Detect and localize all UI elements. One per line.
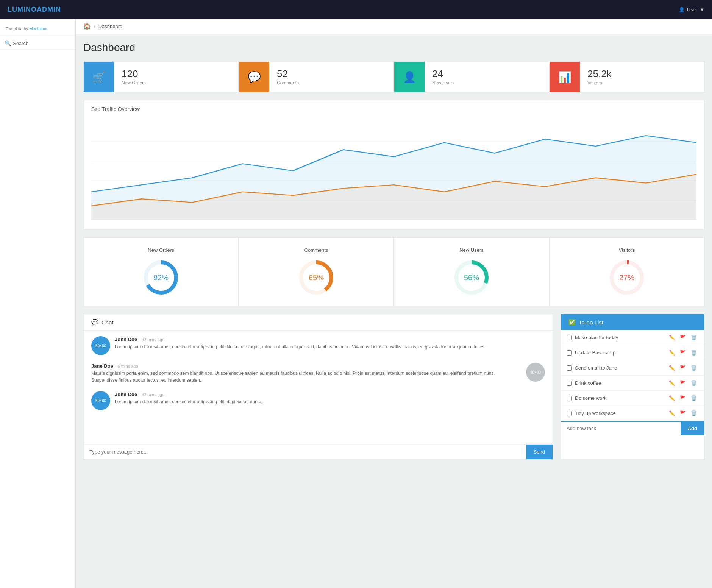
chat-message-2: 80×80 John Doe 32 mins ago Lorem ipsum d… [91,391,545,410]
todo-delete-1[interactable]: 🗑️ [689,349,698,356]
todo-edit-5[interactable]: ✏️ [667,410,676,417]
brand: LUMINOADMIN [8,6,61,14]
todo-edit-0[interactable]: ✏️ [667,334,676,341]
visitors-icon: 📊 [550,62,580,92]
chat-send-button[interactable]: Send [526,445,553,459]
topnav: LUMINOADMIN 👤 User ▼ [0,0,712,19]
todo-item-2: Send email to Jane ✏️ 🚩 🗑️ [561,360,704,376]
donut-title-users: New Users [459,247,484,253]
users-text: 24 New Users [425,62,462,91]
donut-label-visitors: 27% [619,273,634,282]
todo-item-3: Drink coffee ✏️ 🚩 🗑️ [561,376,704,391]
traffic-chart-svg [91,122,696,220]
search-input[interactable] [13,41,71,46]
chat-text-2: Lorem ipsum dolor sit amet, consectetur … [115,398,545,405]
todo-add-button[interactable]: Add [681,422,704,435]
user-menu[interactable]: 👤 User ▼ [679,7,704,12]
chat-input-area: Send [84,444,553,459]
todo-checkbox-0[interactable] [567,335,572,340]
todo-flag-5[interactable]: 🚩 [678,410,687,417]
todo-flag-0[interactable]: 🚩 [678,334,687,341]
avatar-1: 80×80 [526,363,545,382]
chat-name-2: John Doe [115,391,137,397]
orders-text: 120 New Orders [114,62,153,91]
todo-delete-5[interactable]: 🗑️ [689,410,698,417]
todo-delete-3[interactable]: 🗑️ [689,379,698,387]
sidebar: Template by Medialoot 🔍 [0,19,76,588]
avatar-label-2: 80×80 [95,399,106,403]
home-icon[interactable]: 🏠 [83,23,91,30]
stat-card-visitors: 📊 25.2k Visitors [549,61,704,92]
todo-text-2: Send email to Jane [575,365,664,371]
chat-text-1: Mauris dignissim porta enim, sed commodo… [91,370,522,384]
main-content: 🏠 / Dashboard Dashboard 🛒 120 New Orders… [76,19,712,588]
todo-section: ✅ To-do List Make plan for today ✏️ 🚩 🗑️ [561,314,704,460]
chat-header: 💬 Chat [84,314,553,331]
users-icon: 👤 [394,62,425,92]
chat-name-0: John Doe [115,337,137,342]
todo-text-0: Make plan for today [575,335,664,340]
chat-time-2: 32 mins ago [142,392,164,397]
todo-edit-2[interactable]: ✏️ [667,364,676,371]
breadcrumb-current: Dashboard [98,23,123,29]
donut-label-users: 56% [464,273,479,282]
todo-delete-2[interactable]: 🗑️ [689,364,698,371]
chat-content-2: John Doe 32 mins ago Lorem ipsum dolor s… [115,391,545,410]
todo-edit-3[interactable]: ✏️ [667,379,676,387]
search-icon: 🔍 [5,40,11,46]
todo-add-input[interactable] [561,422,681,435]
todo-checkbox-2[interactable] [567,365,572,371]
chat-icon: 💬 [91,319,98,326]
todo-actions-3: ✏️ 🚩 🗑️ [667,379,698,387]
todo-text-3: Drink coffee [575,380,664,386]
todo-checkbox-4[interactable] [567,396,572,401]
donut-label-comments: 65% [309,273,324,282]
todo-actions-2: ✏️ 🚩 🗑️ [667,364,698,371]
todo-actions-1: ✏️ 🚩 🗑️ [667,349,698,356]
avatar-label-0: 80×80 [95,344,106,348]
todo-edit-4[interactable]: ✏️ [667,395,676,402]
donut-title-comments: Comments [304,247,328,253]
breadcrumb: 🏠 / Dashboard [76,19,712,34]
avatar-0: 80×80 [91,336,110,355]
chat-content-1: Jane Doe 6 mins ago Mauris dignissim por… [91,363,522,384]
todo-flag-4[interactable]: 🚩 [678,395,687,402]
chat-time-1: 6 mins ago [118,364,138,368]
todo-item-5: Tidy up workspace ✏️ 🚩 🗑️ [561,406,704,421]
todo-delete-0[interactable]: 🗑️ [689,334,698,341]
donut-cards: New Orders 92% Comments 65% New Users [83,237,704,306]
stat-cards: 🛒 120 New Orders 💬 52 Comments 👤 24 New … [83,61,704,92]
chat-input[interactable] [84,445,526,459]
sidebar-template: Template by Medialoot [0,23,75,35]
comments-text: 52 Comments [269,62,306,91]
avatar-2: 80×80 [91,391,110,410]
avatar-label-1: 80×80 [530,370,541,374]
donut-card-orders: New Orders 92% [83,237,239,306]
template-link[interactable]: Medialoot [29,27,47,31]
todo-checkbox-5[interactable] [567,411,572,416]
donut-label-orders: 92% [153,273,169,282]
stat-card-comments: 💬 52 Comments [239,61,394,92]
todo-delete-4[interactable]: 🗑️ [689,395,698,402]
donut-chart-visitors: 27% [608,259,646,296]
chat-title: Chat [101,319,114,326]
todo-add-area: Add [561,421,704,435]
todo-text-5: Tidy up workspace [575,410,664,416]
brand-part2: ADMIN [37,6,61,13]
chat-message-1: 80×80 Jane Doe 6 mins ago Mauris digniss… [91,363,545,384]
breadcrumb-sep: / [94,23,95,29]
todo-flag-2[interactable]: 🚩 [678,364,687,371]
todo-icon: ✅ [568,319,576,326]
donut-card-visitors: Visitors 27% [549,237,704,306]
brand-part1: LUMINO [8,6,37,13]
todo-flag-1[interactable]: 🚩 [678,349,687,356]
user-icon: 👤 [679,7,685,12]
chat-messages[interactable]: 80×80 John Doe 32 mins ago Lorem ipsum d… [84,331,553,444]
todo-checkbox-3[interactable] [567,381,572,386]
todo-flag-3[interactable]: 🚩 [678,379,687,387]
page-title: Dashboard [83,42,704,54]
chat-message-0: 80×80 John Doe 32 mins ago Lorem ipsum d… [91,336,545,355]
todo-item-0: Make plan for today ✏️ 🚩 🗑️ [561,330,704,345]
todo-checkbox-1[interactable] [567,350,572,356]
todo-edit-1[interactable]: ✏️ [667,349,676,356]
